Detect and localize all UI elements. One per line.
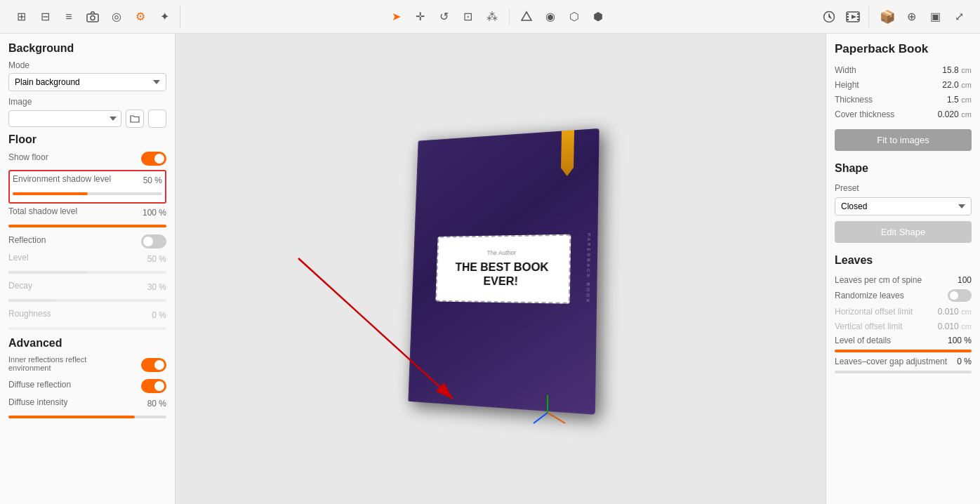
scale-tool[interactable]: ⊡ xyxy=(457,6,479,28)
gap-label: Leaves–cover gap adjustment xyxy=(835,357,947,366)
preset-dropdown[interactable]: Closed Open Fan xyxy=(835,197,972,215)
svg-rect-10 xyxy=(857,19,859,20)
level-row: Level 50 % xyxy=(8,253,166,265)
canvas-area[interactable]: The Author THE BEST BOOKEVER! PAPERBACK … xyxy=(176,34,826,504)
preset-label: Preset xyxy=(835,183,859,193)
advanced-section: Advanced Inner reflections reflect envir… xyxy=(8,337,166,420)
move-tool[interactable]: ✛ xyxy=(409,6,432,28)
mode-field: Mode Plain background Environment map Tr… xyxy=(8,60,166,91)
svg-point-1 xyxy=(91,15,95,20)
decay-label: Decay xyxy=(8,281,32,291)
settings-icon[interactable]: ⚙ xyxy=(129,6,152,28)
per-cm-label: Leaves per cm of spine xyxy=(835,275,922,285)
cursor-tool[interactable]: ➤ xyxy=(385,6,408,28)
per-cm-row: Leaves per cm of spine 100 xyxy=(835,275,972,285)
arrange-tool[interactable] xyxy=(515,6,538,28)
fit-to-images-button[interactable]: Fit to images xyxy=(835,129,972,151)
gap-row: Leaves–cover gap adjustment 0 % xyxy=(835,357,972,366)
inner-reflect-row: Inner reflections reflect environment xyxy=(8,355,166,375)
diffuse-reflect-label: Diffuse reflection xyxy=(8,380,71,390)
thickness-label: Thickness xyxy=(835,95,873,105)
diffuse-reflect-toggle[interactable] xyxy=(141,379,166,393)
image-label: Image xyxy=(8,97,166,107)
book-3d[interactable]: The Author THE BEST BOOKEVER! PAPERBACK … xyxy=(408,128,599,415)
edit-shape-button[interactable]: Edit Shape xyxy=(835,221,972,243)
frame-icon[interactable]: ▣ xyxy=(924,6,946,28)
grid-icon[interactable]: ⊟ xyxy=(34,6,56,28)
clock-icon[interactable] xyxy=(818,6,840,28)
total-shadow-slider[interactable] xyxy=(8,223,166,229)
object-tool-2[interactable]: ⬢ xyxy=(587,6,609,28)
env-shadow-row: Environment shadow level 50 % xyxy=(13,174,162,187)
distribute-tool[interactable]: ◉ xyxy=(539,6,562,28)
randomize-label: Randomize leaves xyxy=(835,291,904,300)
add-icon[interactable]: ⊞ xyxy=(10,6,32,28)
total-shadow-row: Total shadow level 100 % xyxy=(8,206,166,219)
inner-reflect-toggle[interactable] xyxy=(141,358,166,372)
toolbar: ⊞ ⊟ ≡ ◎ ⚙ ✦ ➤ ✛ ↺ ⊡ ⁂ ◉ ⬡ ⬢ 📦 ⊕ ▣ ⤢ xyxy=(0,0,980,34)
per-cm-value: 100 xyxy=(958,275,972,285)
fullscreen-icon[interactable]: ⤢ xyxy=(948,6,970,28)
v-offset-val: 0.010 cm xyxy=(938,321,972,331)
svg-rect-9 xyxy=(857,16,859,18)
roughness-slider xyxy=(8,326,166,331)
decay-slider xyxy=(8,298,166,303)
node-tool[interactable]: ⁂ xyxy=(481,6,503,28)
background-section: Background Mode Plain background Environ… xyxy=(8,42,166,128)
sun-icon[interactable]: ✦ xyxy=(153,6,176,28)
cover-thickness-value: 0.020 cm xyxy=(938,109,972,119)
v-offset-label: Vertical offset limit xyxy=(835,321,902,331)
reflection-toggle[interactable] xyxy=(141,234,166,248)
diffuse-intensity-row: Diffuse intensity 80 % xyxy=(8,397,166,410)
svg-rect-5 xyxy=(847,13,849,15)
decay-value: 30 % xyxy=(147,282,166,292)
roughness-value: 0 % xyxy=(152,310,166,320)
box-icon[interactable]: 📦 xyxy=(876,6,899,28)
env-shadow-slider[interactable] xyxy=(13,191,162,197)
folder-icon[interactable] xyxy=(126,110,144,128)
gap-value: 0 % xyxy=(957,357,972,366)
svg-line-14 xyxy=(534,413,548,423)
color-picker[interactable] xyxy=(148,110,166,128)
target-icon[interactable]: ◎ xyxy=(105,6,128,28)
sphere-icon[interactable]: ⊕ xyxy=(900,6,922,28)
svg-line-12 xyxy=(548,413,565,423)
gap-slider[interactable] xyxy=(835,371,972,373)
diffuse-intensity-slider[interactable] xyxy=(8,414,166,420)
media-tools xyxy=(814,6,869,28)
svg-rect-7 xyxy=(847,19,849,20)
book-spine-text: PAPERBACK BOOK xyxy=(585,234,591,305)
axes-indicator xyxy=(527,392,569,434)
right-panel: Paperback Book Width 15.8 cm Height 22.0… xyxy=(826,34,980,504)
left-tools: ⊞ ⊟ ≡ ◎ ⚙ ✦ xyxy=(6,6,180,28)
show-floor-toggle[interactable] xyxy=(141,152,166,166)
camera-icon[interactable] xyxy=(81,6,104,28)
leaves-title: Leaves xyxy=(835,254,972,267)
roughness-row: Roughness 0 % xyxy=(8,309,166,321)
total-shadow-value: 100 % xyxy=(143,208,166,218)
rotate-tool[interactable]: ↺ xyxy=(433,6,456,28)
lod-slider[interactable] xyxy=(835,350,972,352)
v-offset-row: Vertical offset limit 0.010 cm xyxy=(835,321,972,331)
film-icon[interactable] xyxy=(842,6,864,28)
diffuse-reflect-row: Diffuse reflection xyxy=(8,379,166,393)
level-slider xyxy=(8,270,166,275)
floor-section: Floor Show floor Environment shadow leve… xyxy=(8,133,166,331)
height-row: Height 22.0 cm xyxy=(835,79,972,90)
lod-label: Level of details xyxy=(835,336,891,345)
h-offset-row: Horizontal offset limit 0.010 cm xyxy=(835,306,972,317)
width-row: Width 15.8 cm xyxy=(835,65,972,75)
image-row xyxy=(8,110,166,128)
height-label: Height xyxy=(835,80,859,90)
randomize-toggle[interactable] xyxy=(948,289,972,302)
book-author: The Author xyxy=(450,248,554,256)
reflection-row: Reflection xyxy=(8,234,166,248)
menu-icon[interactable]: ≡ xyxy=(58,6,80,28)
mode-dropdown[interactable]: Plain background Environment map Transpa… xyxy=(8,73,166,91)
env-shadow-label: Environment shadow level xyxy=(13,174,111,184)
object-tool[interactable]: ⬡ xyxy=(563,6,585,28)
width-value: 15.8 cm xyxy=(942,65,972,75)
image-dropdown[interactable] xyxy=(8,110,121,127)
h-offset-val: 0.010 cm xyxy=(938,306,972,317)
svg-rect-6 xyxy=(847,16,849,18)
